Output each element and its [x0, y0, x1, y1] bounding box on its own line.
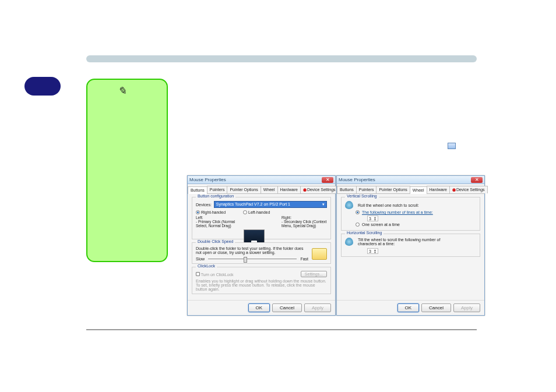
wheel-icon	[345, 238, 353, 246]
blue-pill	[24, 77, 61, 96]
tab-pointers[interactable]: Pointers	[356, 186, 377, 193]
tab-device-settings[interactable]: ◉Device Settings	[300, 186, 339, 193]
dialog-buttons: OK Cancel Apply	[188, 300, 335, 315]
tab-wheel[interactable]: Wheel	[261, 186, 278, 193]
group-title: Vertical Scrolling	[345, 194, 379, 198]
titlebar: Mouse Properties ✕	[188, 176, 335, 184]
folder-icon[interactable]	[312, 248, 327, 260]
ok-button[interactable]: OK	[248, 303, 270, 312]
tab-pointers[interactable]: Pointers	[207, 186, 228, 193]
dbl-desc: Double-click the folder to test your set…	[196, 246, 308, 255]
group-double-click: Double Click Speed Double-click the fold…	[192, 242, 331, 264]
tab-strip: Buttons Pointers Pointer Options Wheel H…	[188, 184, 335, 194]
right-title: Right:	[281, 216, 327, 220]
dialog-title: Mouse Properties	[189, 177, 226, 182]
clicklock-desc: Enables you to highlight or drag without…	[196, 279, 327, 291]
group-clicklock: ClickLock Turn on ClickLock Settings... …	[192, 267, 331, 294]
vscroll-lines-spinner[interactable]: 3 ▲▼	[367, 216, 378, 221]
dialog-buttons: OK Cancel Apply	[337, 300, 484, 315]
ok-button[interactable]: OK	[397, 303, 420, 312]
pen-icon: ✎	[118, 84, 126, 97]
vscroll-screen-radio[interactable]: One screen at a time	[356, 223, 476, 227]
dialog-title: Mouse Properties	[339, 177, 375, 182]
left-desc: - Primary Click (Normal Select, Normal D…	[196, 220, 241, 228]
devices-label: Devices:	[196, 203, 212, 207]
cancel-button[interactable]: Cancel	[421, 303, 451, 312]
clicklock-settings-button: Settings...	[301, 271, 327, 277]
mouse-properties-dialog-wheel: Mouse Properties ✕ Buttons Pointers Poin…	[336, 175, 485, 316]
apply-button: Apply	[304, 303, 331, 312]
fast-label: Fast	[300, 257, 308, 261]
right-desc: - Secondary Click (Context Menu, Special…	[281, 220, 327, 228]
tab-wheel[interactable]: Wheel	[410, 186, 427, 194]
tab-device-settings[interactable]: ◉Device Settings	[449, 186, 488, 193]
group-title: Button configuration	[196, 194, 235, 198]
left-title: Left:	[196, 216, 241, 220]
cancel-button[interactable]: Cancel	[272, 303, 302, 312]
tab-buttons[interactable]: Buttons	[337, 186, 357, 193]
group-title: ClickLock	[196, 264, 217, 268]
tab-strip: Buttons Pointers Pointer Options Wheel H…	[337, 184, 484, 194]
group-horizontal-scrolling: Horizontal Scrolling Tilt the wheel to s…	[341, 234, 480, 257]
tab-hardware[interactable]: Hardware	[277, 186, 301, 193]
vscroll-line1: Roll the wheel one notch to scroll:	[358, 203, 419, 207]
clicklock-checkbox[interactable]: Turn on ClickLock	[196, 272, 234, 277]
footer-divider	[86, 329, 477, 330]
group-title: Horizontal Scrolling	[345, 231, 383, 235]
header-divider	[86, 55, 477, 62]
vscroll-lines-radio[interactable]: The following number of lines at a time:	[356, 210, 476, 214]
tab-hardware[interactable]: Hardware	[427, 186, 450, 193]
tab-pointer-options[interactable]: Pointer Options	[227, 186, 261, 193]
left-handed-radio[interactable]: Left-handed	[243, 210, 270, 214]
group-title: Double Click Speed	[196, 239, 235, 243]
right-handed-radio[interactable]: Right-handed	[196, 210, 226, 214]
hscroll-chars-spinner[interactable]: 3 ▲▼	[367, 248, 378, 254]
hscroll-line1: Tilt the wheel to scroll the following n…	[358, 238, 445, 246]
close-icon[interactable]: ✕	[471, 177, 483, 183]
note-callout: ✎	[86, 79, 168, 262]
group-button-config: Button configuration Devices: Synaptics …	[192, 197, 331, 239]
slow-label: Slow	[196, 257, 205, 261]
apply-button: Apply	[453, 303, 480, 312]
wheel-icon	[345, 201, 353, 209]
group-vertical-scrolling: Vertical Scrolling Roll the wheel one no…	[341, 197, 480, 231]
tab-buttons[interactable]: Buttons	[188, 186, 207, 194]
close-icon[interactable]: ✕	[322, 177, 333, 183]
titlebar: Mouse Properties ✕	[337, 176, 484, 184]
document-icon	[448, 143, 456, 149]
mouse-properties-dialog-buttons: Mouse Properties ✕ Buttons Pointers Poin…	[187, 175, 336, 316]
device-select[interactable]: Synaptics TouchPad V7.2 on PS/2 Port 1▾	[214, 201, 327, 208]
tab-pointer-options[interactable]: Pointer Options	[376, 186, 410, 193]
speed-slider[interactable]	[208, 259, 297, 259]
